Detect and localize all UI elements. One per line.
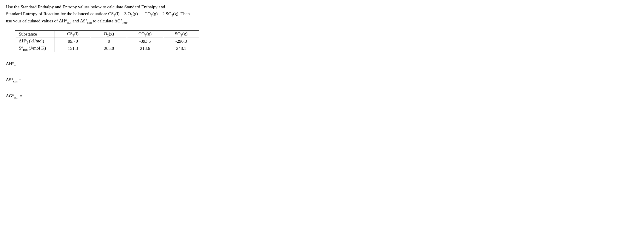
- header-co2-state: (g): [146, 31, 152, 36]
- table-row-enthalpy: ΔH°f (kJ/mol) 89.70 0 -393.5 -296.8: [15, 38, 199, 45]
- table-header-row: Substance CS2(l) O2(g) CO2(g) SO2(g): [15, 31, 199, 38]
- row2-so2: 248.1: [163, 45, 199, 52]
- row1-so2: -296.8: [163, 38, 199, 45]
- row2-cs2: 151.3: [55, 45, 91, 52]
- question-line3-pre: use your calculated values of ΔH°: [6, 19, 67, 23]
- question-line3-mid2: to calculate ΔG°: [92, 19, 122, 23]
- row2-label-pre: S°: [19, 46, 23, 50]
- header-cs2-state: (l): [74, 31, 78, 36]
- row2-o2: 205.0: [91, 45, 127, 52]
- row2-label-unit: (J/mol·K): [27, 46, 46, 50]
- row2-co2: 213.6: [127, 45, 163, 52]
- row2-label-sub: rxn: [23, 48, 27, 51]
- answer-gibbs: ΔG°rxn =: [6, 93, 638, 99]
- header-cs2-text: CS: [67, 31, 73, 36]
- dg-pre: ΔG°: [6, 93, 14, 98]
- question-line3-sub1: rxn: [67, 21, 71, 24]
- row1-label: ΔH°f (kJ/mol): [15, 38, 55, 45]
- header-so2-state: (g): [182, 31, 188, 36]
- answer-enthalpy: ΔH°rxn =: [6, 61, 638, 67]
- question-line3-mid: and ΔS°: [71, 19, 87, 23]
- dg-eq: =: [18, 93, 22, 98]
- thermo-data-table: Substance CS2(l) O2(g) CO2(g) SO2(g) ΔH°…: [15, 30, 199, 52]
- row1-co2: -393.5: [127, 38, 163, 45]
- dg-sub: rxn: [14, 96, 18, 99]
- ds-sub: rxn: [13, 79, 18, 83]
- header-cs2: CS2(l): [55, 31, 91, 38]
- ds-eq: =: [18, 77, 21, 82]
- eq-o2-state: (g) → CO: [133, 11, 151, 16]
- eq-cs2: CS: [108, 11, 113, 16]
- row2-label: S°rxn (J/mol·K): [15, 45, 55, 52]
- question-line3-end: .: [127, 19, 128, 23]
- dh-sub: rxn: [14, 63, 18, 67]
- dh-eq: =: [18, 61, 22, 66]
- question-prompt: Use the Standard Enthalpy and Entropy va…: [6, 4, 638, 25]
- eq-co2-state: (g) + 2 SO: [152, 11, 172, 16]
- row1-label-pre: ΔH°: [19, 39, 27, 43]
- thermo-table-container: Substance CS2(l) O2(g) CO2(g) SO2(g) ΔH°…: [15, 30, 638, 52]
- header-co2-text: CO: [138, 31, 145, 36]
- header-substance: Substance: [15, 31, 55, 38]
- header-o2: O2(g): [91, 31, 127, 38]
- header-so2-text: SO: [175, 31, 181, 36]
- row1-label-unit: (kJ/mol): [28, 39, 44, 43]
- header-o2-state: (g): [109, 31, 114, 36]
- question-line3-sub3: rxn: [122, 21, 127, 24]
- header-o2-text: O: [104, 31, 107, 36]
- question-line1: Use the Standard Enthalpy and Entropy va…: [6, 4, 165, 9]
- table-row-entropy: S°rxn (J/mol·K) 151.3 205.0 213.6 248.1: [15, 45, 199, 52]
- question-line3-sub2: rxn: [87, 21, 92, 24]
- question-line2: Standard Entropy of Reaction for the bal…: [6, 11, 108, 16]
- header-co2: CO2(g): [127, 31, 163, 38]
- ds-pre: ΔS°: [6, 77, 13, 82]
- answer-entropy: ΔS°rxn =: [6, 77, 638, 83]
- header-so2: SO2(g): [163, 31, 199, 38]
- dh-pre: ΔH°: [6, 61, 14, 66]
- row1-cs2: 89.70: [55, 38, 91, 45]
- eq-cs2-state: (l) + 3 O: [115, 11, 131, 16]
- row1-o2: 0: [91, 38, 127, 45]
- eq-so2-state: (g). Then: [173, 11, 190, 16]
